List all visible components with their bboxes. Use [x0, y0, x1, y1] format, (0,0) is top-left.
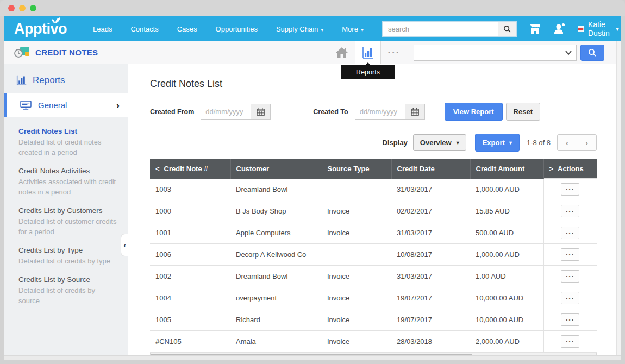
table-cell: 1000 [150, 200, 230, 222]
sidebar-report-credits-list-by-customers[interactable]: Credits List by CustomersDetailed list o… [18, 206, 118, 237]
app-search-button[interactable] [580, 45, 604, 61]
row-actions-button[interactable]: ··· [561, 183, 579, 196]
table-cell: 19/07/2017 [391, 309, 470, 331]
report-description: Detailed list of credits by type [18, 256, 118, 267]
nav-item-more[interactable]: More▾ [342, 25, 364, 33]
search-scope-chevron[interactable] [565, 49, 572, 59]
table-row: 1003Dreamland Bowl31/03/20171,000.00 AUD… [150, 179, 597, 200]
table-cell: 10,000.00 AUD [470, 309, 543, 331]
app-search-input[interactable] [414, 45, 577, 61]
nav-item-cases[interactable]: Cases [177, 25, 197, 33]
global-search-button[interactable] [498, 22, 516, 36]
table-cell [322, 244, 391, 266]
table-cell: Apple Computers [230, 222, 322, 244]
row-actions-button[interactable]: ··· [561, 248, 579, 261]
report-link-title[interactable]: Credits List by Customers [18, 206, 118, 216]
report-link-title[interactable]: Credits List by Source [18, 275, 118, 285]
export-dropdown[interactable]: Export ▾ [475, 134, 520, 152]
user-menu[interactable]: Katie Dustin ▾ [578, 20, 619, 37]
column-actions[interactable]: >Actions [543, 159, 597, 179]
browser-window: Apptivo LeadsContactsCasesOpportunitiesS… [4, 16, 621, 360]
table-row: 1001Apple ComputersInvoice31/03/2017500.… [150, 222, 597, 244]
calendar-icon [411, 108, 419, 116]
nav-item-supply-chain[interactable]: Supply Chain▾ [276, 25, 323, 33]
sidebar-report-credit-notes-activities[interactable]: Credit Notes ActivitiesActivities associ… [18, 166, 118, 198]
view-report-button[interactable]: View Report [445, 103, 503, 121]
row-actions-button[interactable]: ··· [561, 270, 579, 283]
report-link-title[interactable]: Credits List by Type [18, 246, 118, 255]
calendar-icon [257, 108, 265, 116]
user-name: Katie Dustin [588, 20, 613, 37]
row-actions-button[interactable]: ··· [561, 292, 579, 304]
table-row: 1006Decorp A Kellwood Co10/08/20171,000.… [150, 244, 597, 266]
table-cell: 1,000.00 AUD [470, 244, 543, 266]
close-window-button[interactable] [8, 5, 15, 11]
table-row: 1002Dreamland BowlInvoice31/03/20171.00 … [150, 266, 597, 287]
window-vertical-scrollbar[interactable] [616, 41, 621, 355]
home-button[interactable] [329, 41, 355, 64]
report-link-title[interactable]: Credit Notes Activities [18, 166, 118, 176]
row-actions-button[interactable]: ··· [561, 335, 579, 348]
row-actions-button[interactable]: ··· [561, 205, 579, 217]
user-notifications-icon[interactable] [553, 23, 566, 35]
actions-cell: ··· [543, 266, 597, 287]
nav-item-opportunities[interactable]: Opportunities [216, 25, 258, 33]
search-icon [588, 48, 597, 57]
fullscreen-window-button[interactable] [30, 5, 36, 11]
bar-chart-icon [361, 46, 374, 59]
global-search-input[interactable] [383, 22, 498, 36]
table-cell: overpayment [230, 287, 322, 309]
apptivo-logo[interactable]: Apptivo [14, 21, 70, 37]
created-to-calendar-button[interactable] [405, 104, 425, 120]
actions-cell: ··· [543, 331, 597, 353]
sidebar-collapse-handle[interactable]: ‹ [121, 234, 128, 256]
top-navigation-bar: Apptivo LeadsContactsCasesOpportunitiesS… [4, 16, 621, 41]
actions-cell: ··· [543, 287, 597, 309]
caret-down-icon: ▾ [361, 27, 364, 33]
search-icon [503, 25, 511, 33]
ellipsis-icon: ··· [388, 47, 401, 58]
column-credit-note[interactable]: <Credit Note # [150, 159, 230, 179]
nav-item-contacts[interactable]: Contacts [130, 25, 158, 33]
next-page-button[interactable]: › [577, 134, 597, 151]
appbar-right: Reports ··· [329, 41, 604, 64]
column-customer[interactable]: Customer [230, 159, 322, 179]
minimize-window-button[interactable] [19, 5, 26, 11]
reports-button[interactable]: Reports [355, 41, 381, 64]
column-source-type[interactable]: Source Type [322, 159, 391, 179]
column-credit-amount[interactable]: Credit Amount [470, 159, 543, 179]
export-label: Export [483, 139, 505, 147]
row-actions-button[interactable]: ··· [561, 313, 579, 326]
created-from-label: Created From [150, 108, 194, 116]
created-to-input[interactable] [355, 104, 405, 120]
nav-item-leads[interactable]: Leads [93, 25, 112, 33]
table-cell: 500.00 AUD [470, 222, 543, 244]
home-icon [335, 47, 348, 58]
content-area: Reports General › Credit Notes ListDetai… [4, 64, 621, 355]
more-apps-button[interactable]: ··· [381, 41, 407, 64]
chevron-right-icon: > [549, 165, 554, 173]
sidebar-report-credits-list-by-source[interactable]: Credits List by SourceDetailed list of c… [18, 275, 118, 306]
sidebar-report-credits-list-by-type[interactable]: Credits List by TypeDetailed list of cre… [18, 246, 118, 267]
report-main-panel: Credit Notes List Created From Created T… [128, 64, 621, 355]
sidebar-report-credit-notes-list[interactable]: Credit Notes ListDetailed list of credit… [18, 127, 118, 158]
created-from-input[interactable] [201, 104, 251, 120]
chevron-right-icon: › [116, 100, 120, 110]
table-cell: 28/03/2018 [391, 331, 470, 353]
credit-notes-table: <Credit Note # Customer Source Type Cred… [150, 159, 597, 353]
actions-cell: ··· [543, 309, 597, 331]
report-link-title[interactable]: Credit Notes List [18, 127, 118, 136]
sidebar-item-general[interactable]: General › [4, 93, 128, 117]
row-actions-button[interactable]: ··· [561, 227, 579, 239]
created-from-calendar-button[interactable] [251, 104, 271, 120]
previous-page-button[interactable]: ‹ [557, 134, 577, 151]
store-icon[interactable] [529, 23, 541, 35]
leaf-icon [51, 17, 61, 24]
report-description: Activities associated with credit notes … [18, 177, 118, 198]
table-cell: 31/03/2017 [391, 266, 470, 287]
reset-button[interactable]: Reset [506, 103, 540, 121]
display-mode-dropdown[interactable]: Overview ▾ [413, 134, 466, 151]
table-cell: Invoice [322, 200, 391, 222]
column-credit-date[interactable]: Credit Date [391, 159, 470, 179]
sidebar-heading-label: Reports [33, 75, 65, 86]
